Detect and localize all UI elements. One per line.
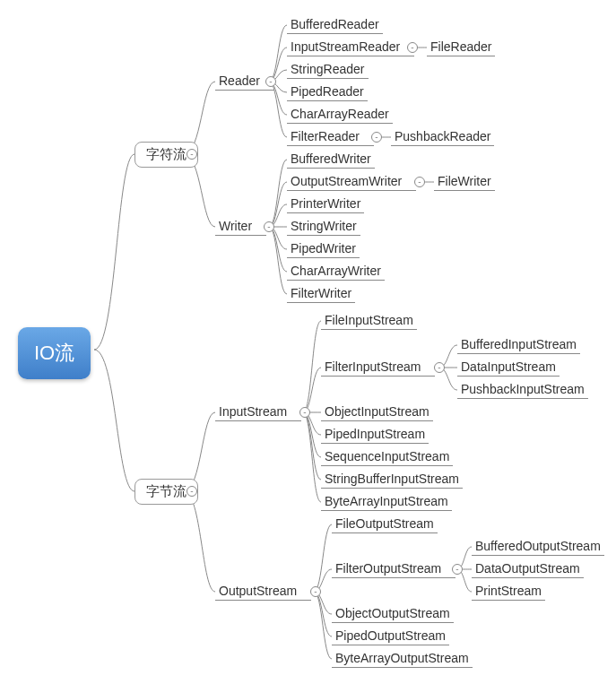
node-filterinputstream[interactable]: FilterInputStream [321, 358, 435, 377]
node-writer[interactable]: Writer [215, 217, 266, 236]
node-pipedreader[interactable]: PipedReader [287, 82, 368, 101]
node-filewriter[interactable]: FileWriter [434, 172, 495, 191]
node-fileoutputstream[interactable]: FileOutputStream [332, 515, 438, 533]
node-bufferedinputstream[interactable]: BufferedInputStream [457, 335, 580, 354]
node-fileinputstream[interactable]: FileInputStream [321, 311, 417, 330]
node-sequenceinputstream[interactable]: SequenceInputStream [321, 447, 453, 466]
toggle-icon[interactable]: - [407, 42, 418, 53]
node-filteroutputstream[interactable]: FilterOutputStream [332, 559, 455, 578]
node-printerwriter[interactable]: PrinterWriter [287, 195, 364, 213]
node-pushbackreader[interactable]: PushbackReader [391, 127, 494, 146]
node-objectinputstream[interactable]: ObjectInputStream [321, 403, 433, 421]
node-chararrayreader[interactable]: CharArrayReader [287, 105, 393, 124]
toggle-icon[interactable]: - [265, 76, 276, 87]
node-stringbufferinputstream[interactable]: StringBufferInputStream [321, 470, 463, 489]
toggle-icon[interactable]: - [299, 407, 310, 418]
node-stringwriter[interactable]: StringWriter [287, 217, 360, 236]
node-pipedoutputstream[interactable]: PipedOutputStream [332, 627, 449, 645]
node-stringreader[interactable]: StringReader [287, 60, 369, 79]
node-inputstreamreader[interactable]: InputStreamReader [287, 38, 414, 56]
toggle-icon[interactable]: - [414, 177, 425, 187]
node-chararraywriter[interactable]: CharArrayWriter [287, 262, 385, 281]
root-node[interactable]: IO流 [18, 327, 91, 379]
node-dataoutputstream[interactable]: DataOutputStream [472, 559, 584, 578]
node-objectoutputstream[interactable]: ObjectOutputStream [332, 604, 454, 623]
toggle-icon[interactable]: - [187, 486, 197, 497]
node-bytearrayoutputstream[interactable]: ByteArrayOutputStream [332, 649, 473, 668]
node-inputstream[interactable]: InputStream [215, 403, 301, 421]
toggle-icon[interactable]: - [371, 132, 382, 143]
node-filterwriter[interactable]: FilterWriter [287, 284, 355, 303]
node-filereader[interactable]: FileReader [427, 38, 495, 56]
node-bufferedreader[interactable]: BufferedReader [287, 15, 383, 34]
node-filterreader[interactable]: FilterReader [287, 127, 374, 146]
node-datainputstream[interactable]: DataInputStream [457, 358, 560, 377]
node-printstream[interactable]: PrintStream [472, 582, 545, 601]
node-pipedwriter[interactable]: PipedWriter [287, 239, 360, 258]
node-bufferedoutputstream[interactable]: BufferedOutputStream [472, 537, 604, 556]
toggle-icon[interactable]: - [452, 564, 463, 575]
toggle-icon[interactable]: - [434, 362, 445, 373]
node-bytearrayinputstream[interactable]: ByteArrayInputStream [321, 492, 452, 511]
toggle-icon[interactable]: - [264, 221, 274, 232]
node-outputstream[interactable]: OutputStream [215, 582, 311, 601]
toggle-icon[interactable]: - [310, 586, 321, 597]
node-outputstreamwriter[interactable]: OutputStreamWriter [287, 172, 416, 191]
node-pipedinputstream[interactable]: PipedInputStream [321, 425, 429, 444]
node-pushbackinputstream[interactable]: PushbackInputStream [457, 380, 588, 399]
node-bufferedwriter[interactable]: BufferedWriter [287, 150, 375, 169]
toggle-icon[interactable]: - [187, 149, 197, 160]
